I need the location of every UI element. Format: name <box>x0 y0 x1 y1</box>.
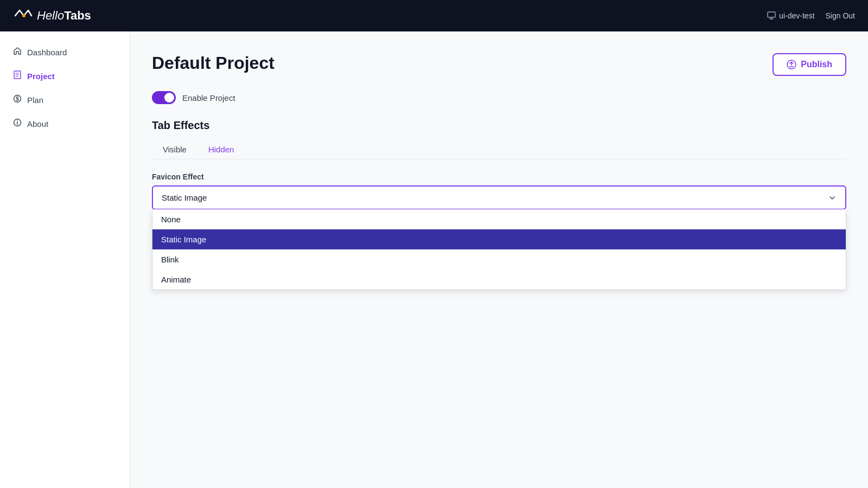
tab-visible[interactable]: Visible <box>152 140 197 159</box>
option-none[interactable]: None <box>152 209 846 229</box>
svg-text:i: i <box>17 120 18 126</box>
option-static-image[interactable]: Static Image <box>152 229 846 249</box>
page-title: Default Project <box>152 53 275 73</box>
sidebar-item-plan-label: Plan <box>27 95 43 105</box>
logo-text: HelloTabs <box>37 9 91 23</box>
favicon-effect-select-wrapper: Static Image None Static Image Blink Ani… <box>152 185 846 210</box>
home-icon <box>13 47 22 57</box>
nav-right: ui-dev-test Sign Out <box>767 11 855 20</box>
monitor-icon <box>767 11 776 20</box>
sidebar-item-dashboard-label: Dashboard <box>27 48 67 57</box>
tabs-row: Visible Hidden <box>152 140 846 159</box>
tab-hidden[interactable]: Hidden <box>197 140 245 159</box>
sidebar-item-about-label: About <box>27 119 48 129</box>
publish-button[interactable]: Publish <box>773 53 846 76</box>
section-title: Tab Effects <box>152 119 846 132</box>
favicon-effect-field: Favicon Effect Static Image None Static … <box>152 172 846 210</box>
enable-project-row: Enable Project <box>152 91 846 104</box>
sidebar: Dashboard Project $ Plan i About <box>0 31 130 488</box>
sidebar-item-project[interactable]: Project <box>0 64 130 88</box>
publish-icon <box>787 60 796 69</box>
project-icon <box>13 70 22 81</box>
nav-user: ui-dev-test <box>767 11 814 20</box>
svg-text:$: $ <box>16 96 19 102</box>
signout-button[interactable]: Sign Out <box>826 11 855 20</box>
tab-effects-section: Tab Effects Visible Hidden Favicon Effec… <box>152 119 846 259</box>
page-header: Default Project Publish <box>152 53 846 76</box>
sidebar-item-project-label: Project <box>27 72 55 81</box>
about-icon: i <box>13 118 22 129</box>
sidebar-item-plan[interactable]: $ Plan <box>0 88 130 112</box>
option-blink[interactable]: Blink <box>152 249 846 269</box>
plan-icon: $ <box>13 94 22 105</box>
option-animate[interactable]: Animate <box>152 269 846 290</box>
layout: Dashboard Project $ Plan i About Default… <box>0 31 868 488</box>
enable-toggle[interactable] <box>152 91 176 104</box>
sidebar-item-about[interactable]: i About <box>0 112 130 136</box>
favicon-effect-select[interactable]: Static Image <box>152 185 846 210</box>
sidebar-item-dashboard[interactable]: Dashboard <box>0 40 130 64</box>
favicon-effect-label: Favicon Effect <box>152 172 846 181</box>
favicon-effect-dropdown: None Static Image Blink Animate <box>152 209 846 290</box>
chevron-down-icon <box>828 194 837 202</box>
logo: HelloTabs <box>13 6 91 25</box>
topnav: HelloTabs ui-dev-test Sign Out <box>0 0 868 31</box>
svg-rect-1 <box>768 12 775 17</box>
enable-label: Enable Project <box>182 93 235 102</box>
main-content: Default Project Publish Enable Project T… <box>130 31 868 488</box>
svg-point-0 <box>22 14 25 17</box>
